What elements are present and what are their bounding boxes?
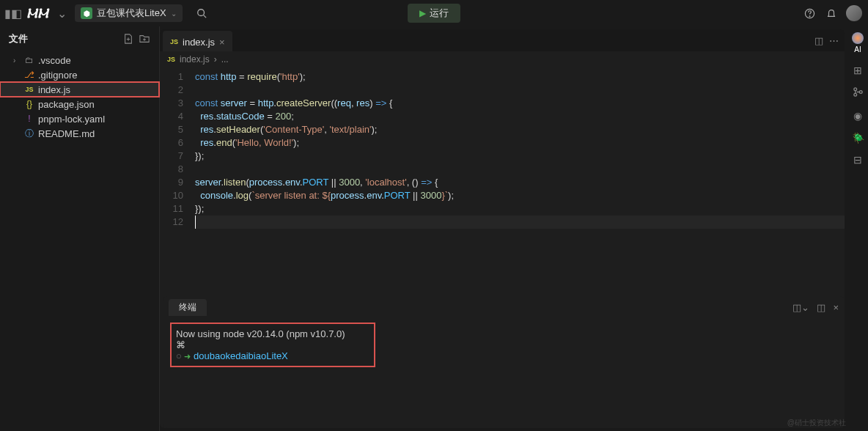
file-name: .gitignore [38, 70, 77, 81]
project-name: 豆包课代表LiteX [97, 7, 166, 20]
terminal-line: ⌘ [176, 339, 369, 350]
ai-button[interactable]: AI [852, 32, 864, 54]
breadcrumb-rest: ... [221, 54, 229, 65]
svg-point-6 [859, 91, 862, 94]
tab-index-js[interactable]: JS index.js × [163, 31, 232, 53]
terminal-content[interactable]: Now using node v20.14.0 (npm v10.7.0) ⌘ … [163, 318, 845, 428]
file-name: index.js [38, 84, 70, 95]
file-row-pnpm-lock-yaml[interactable]: !pnpm-lock.yaml [0, 111, 159, 126]
file-row-README-md[interactable]: ⓘREADME.md [0, 126, 159, 141]
svg-point-5 [853, 93, 856, 96]
split-editor-icon[interactable]: ◫ [814, 35, 823, 46]
breadcrumb-sep: › [214, 54, 217, 65]
json-icon: {} [24, 99, 34, 109]
file-row-index-js[interactable]: JSindex.js [0, 82, 159, 97]
terminal-panel: 终端 ◫⌄ ◫ × Now using node v20.14.0 (npm v… [163, 296, 845, 428]
svg-point-4 [853, 88, 856, 91]
more-icon[interactable]: ⋯ [829, 35, 839, 46]
close-terminal-icon[interactable]: × [833, 302, 839, 313]
new-file-icon[interactable] [122, 33, 134, 45]
menu-chevron-icon[interactable]: ⌄ [54, 6, 69, 21]
rail-git-icon[interactable] [853, 86, 864, 100]
project-selector[interactable]: ⬢ 豆包课代表LiteX ⌄ [75, 4, 183, 22]
folder-icon: 🗀 [24, 55, 34, 65]
project-icon: ⬢ [81, 7, 92, 19]
svg-point-3 [809, 15, 810, 16]
app-logo: ⲘⲘ [26, 6, 48, 21]
rail-preview-icon[interactable]: ◉ [853, 110, 862, 122]
split-terminal-icon[interactable]: ◫⌄ [792, 302, 809, 313]
svg-point-0 [197, 10, 204, 16]
tab-label: index.js [183, 37, 215, 48]
breadcrumb[interactable]: JS index.js › ... [160, 51, 845, 67]
run-button[interactable]: ▶ 运行 [408, 4, 460, 23]
run-label: 运行 [430, 7, 449, 20]
js-icon: JS [167, 56, 175, 63]
help-icon[interactable] [802, 6, 817, 21]
close-icon[interactable]: × [219, 37, 225, 48]
file-name: package.json [38, 99, 95, 110]
sidebar-toggle-icon[interactable]: ▮◧ [6, 6, 21, 21]
terminal-prompt-line: ○ ➜ doubaokedaibiaoLiteX [176, 350, 369, 361]
file-name: README.md [38, 128, 95, 139]
layout-terminal-icon[interactable]: ◫ [817, 302, 825, 313]
rail-grid-icon[interactable]: ⊟ [853, 154, 862, 166]
watermark: @硝士投资技术社 [787, 418, 846, 428]
file-name: pnpm-lock.yaml [38, 114, 105, 125]
js-icon: JS [24, 86, 34, 93]
yaml-icon: ! [24, 114, 34, 124]
terminal-output-highlight: Now using node v20.14.0 (npm v10.7.0) ⌘ … [170, 323, 375, 367]
file-row--vscode[interactable]: ›🗀.vscode [0, 53, 159, 67]
search-icon[interactable] [194, 6, 209, 21]
right-rail: AI ⊞ ◉ 🪲 ⊟ [847, 26, 868, 431]
ai-icon [852, 32, 864, 44]
sidebar-title: 文件 [9, 32, 28, 45]
rail-bug-icon[interactable]: 🪲 [852, 132, 864, 144]
file-tree: ›🗀.vscode⎇.gitignoreJSindex.js{}package.… [0, 51, 159, 431]
title-bar: ▮◧ ⲘⲘ ⌄ ⬢ 豆包课代表LiteX ⌄ ▶ 运行 [0, 0, 868, 26]
file-row--gitignore[interactable]: ⎇.gitignore [0, 67, 159, 82]
editor-tabs: JS index.js × ◫ ⋯ [160, 29, 845, 51]
play-icon: ▶ [419, 8, 426, 18]
breadcrumb-file: index.js [180, 54, 210, 65]
git-icon: ⎇ [24, 70, 34, 80]
file-sidebar: 文件 ›🗀.vscode⎇.gitignoreJSindex.js{}packa… [0, 26, 160, 431]
file-name: .vscode [38, 55, 71, 66]
bell-icon[interactable] [824, 6, 839, 21]
md-icon: ⓘ [24, 128, 34, 140]
chevron-down-icon: ⌄ [171, 10, 177, 18]
terminal-line: Now using node v20.14.0 (npm v10.7.0) [176, 328, 369, 339]
avatar[interactable] [846, 5, 862, 21]
svg-line-1 [203, 15, 206, 18]
tab-terminal[interactable]: 终端 [169, 299, 207, 316]
rail-extension-icon[interactable]: ⊞ [853, 65, 862, 76]
new-folder-icon[interactable] [139, 33, 150, 45]
js-icon: JS [170, 38, 178, 45]
file-row-package-json[interactable]: {}package.json [0, 97, 159, 111]
